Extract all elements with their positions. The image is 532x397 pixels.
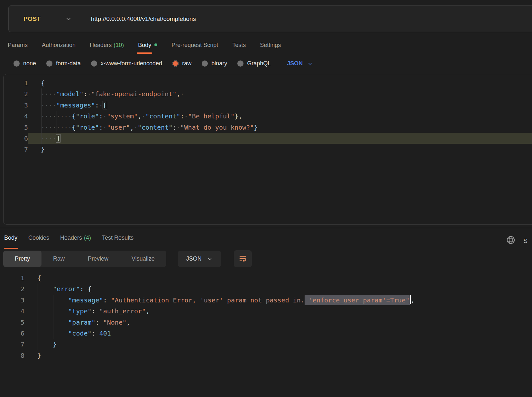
code-line: 5 "param": "None", [0, 317, 532, 328]
line-number: 3 [4, 100, 28, 111]
headers-count-badge: (10) [114, 42, 124, 48]
body-type-graphql[interactable]: GraphQL [237, 60, 271, 67]
response-tab-headers[interactable]: Headers(4) [60, 235, 91, 249]
code-line: 4 "type": "auth_error", [0, 306, 532, 317]
code-line: 1{ [0, 272, 532, 283]
line-number: 7 [0, 339, 24, 350]
code-line: 8} [0, 350, 532, 361]
tab-label: Authorization [42, 42, 76, 48]
method-selector[interactable]: POST [9, 15, 72, 23]
radio-label: x-www-form-urlencoded [101, 60, 162, 67]
request-tabs: Params Authorization Headers(10) Body Pr… [8, 42, 532, 54]
tab-params[interactable]: Params [8, 42, 28, 54]
view-raw[interactable]: Raw [41, 251, 76, 267]
radio-label: binary [211, 60, 227, 67]
body-type-none[interactable]: none [14, 60, 36, 67]
tab-tests[interactable]: Tests [232, 42, 246, 54]
code-line: 1{ [4, 78, 532, 88]
response-toolbar: Pretty Raw Preview Visualize JSON [3, 250, 532, 267]
tab-body[interactable]: Body [138, 42, 157, 54]
code-line: 6 "code": 401 [0, 328, 532, 339]
body-format-select[interactable]: JSON [287, 60, 313, 67]
line-number: 8 [0, 350, 24, 361]
radio-icon [14, 60, 20, 67]
view-preview[interactable]: Preview [76, 251, 120, 267]
radio-label: none [23, 60, 36, 67]
response-header: Body Cookies Headers(4) Test Results S [0, 228, 532, 249]
tab-label: Tests [232, 42, 246, 48]
view-pretty[interactable]: Pretty [3, 251, 41, 267]
response-tab-body[interactable]: Body [4, 235, 17, 249]
tab-label: Headers [60, 235, 82, 241]
body-type-form-data[interactable]: form-data [46, 60, 81, 67]
tab-label: Body [4, 235, 17, 241]
body-type-x-www-form-urlencoded[interactable]: x-www-form-urlencoded [91, 60, 162, 67]
tab-headers[interactable]: Headers(10) [90, 42, 124, 54]
response-format-label: JSON [186, 255, 202, 262]
tab-settings[interactable]: Settings [260, 42, 281, 54]
line-number: 5 [4, 122, 28, 133]
code-line: 2····"model":·"fake-openai-endpoint",· [4, 88, 532, 99]
line-number: 2 [4, 88, 28, 99]
tab-label: Pre-request Script [171, 42, 218, 48]
tab-pre-request-script[interactable]: Pre-request Script [171, 42, 218, 54]
line-number: 4 [4, 111, 28, 122]
code-line: 7 } [0, 339, 532, 350]
chevron-down-icon [65, 16, 72, 22]
method-url-divider [83, 12, 83, 26]
radio-icon [237, 60, 243, 67]
line-number: 4 [0, 306, 24, 317]
body-format-label: JSON [287, 60, 303, 67]
radio-label: raw [182, 60, 191, 67]
line-number: 2 [0, 283, 24, 294]
tab-label: Headers [90, 42, 112, 48]
line-number: 6 [4, 133, 28, 144]
response-tab-test-results[interactable]: Test Results [102, 235, 133, 249]
radio-icon [46, 60, 52, 67]
wrap-lines-button[interactable] [234, 250, 252, 267]
code-line: 3····"messages":·[ [4, 100, 532, 111]
body-has-content-dot [154, 43, 157, 46]
code-line: 6····] [4, 133, 532, 144]
chevron-down-icon [207, 256, 213, 262]
line-number: 1 [4, 78, 28, 88]
response-tab-cookies[interactable]: Cookies [28, 235, 49, 249]
radio-selected-icon [172, 60, 179, 67]
response-body-viewer[interactable]: 1{2 "error": {3 "message": "Authenticati… [0, 272, 532, 361]
response-view-switcher: Pretty Raw Preview Visualize [3, 251, 166, 267]
chevron-down-icon [307, 61, 313, 67]
request-body-editor[interactable]: 1{2····"model":·"fake-openai-endpoint",·… [3, 74, 532, 225]
response-headers-count-badge: (4) [84, 235, 91, 241]
globe-icon[interactable] [506, 235, 516, 246]
radio-icon [91, 60, 97, 67]
radio-icon [202, 60, 208, 67]
response-status-partial: S [523, 237, 527, 245]
radio-label: GraphQL [247, 60, 271, 67]
body-type-raw[interactable]: raw [172, 60, 191, 67]
tab-label: Settings [260, 42, 281, 48]
code-line: 3 "message": "Authentication Error, 'use… [0, 295, 532, 306]
code-line: 2 "error": { [0, 283, 532, 294]
line-number: 6 [0, 328, 24, 339]
tab-label: Cookies [28, 235, 49, 241]
wrap-lines-icon [238, 254, 247, 264]
request-url-bar: POST http://0.0.0.0:4000/v1/chat/complet… [8, 5, 532, 32]
url-input[interactable]: http://0.0.0.0:4000/v1/chat/completions [91, 15, 532, 23]
tab-label: Params [8, 42, 28, 48]
line-number: 1 [0, 272, 24, 283]
line-number: 7 [4, 144, 28, 155]
response-header-right: S [506, 235, 527, 246]
body-type-binary[interactable]: binary [202, 60, 227, 67]
code-line: 5········{"role":·"user",·"content":·"Wh… [4, 122, 532, 133]
response-tabs: Body Cookies Headers(4) Test Results [4, 235, 133, 249]
response-format-select[interactable]: JSON [178, 251, 221, 267]
tab-label: Test Results [102, 235, 133, 241]
line-number: 5 [0, 317, 24, 328]
view-visualize[interactable]: Visualize [120, 251, 166, 267]
code-line: 7} [4, 144, 532, 155]
body-type-row: none form-data x-www-form-urlencoded raw… [14, 60, 532, 67]
code-line: 4········{"role":·"system",·"content":·"… [4, 111, 532, 122]
tab-label: Body [138, 42, 151, 48]
tab-authorization[interactable]: Authorization [42, 42, 76, 54]
method-label: POST [23, 15, 41, 23]
